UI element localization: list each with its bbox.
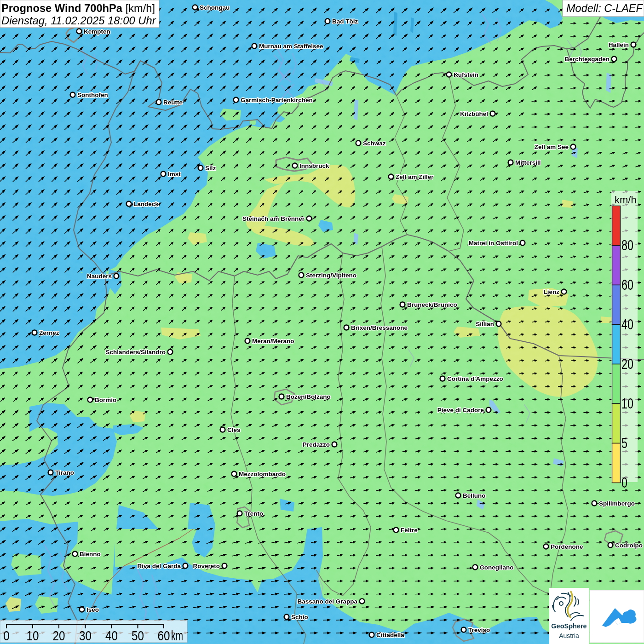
svg-text:Modell: C-LAEF: Modell: C-LAEF <box>566 2 643 14</box>
svg-text:Schwaz: Schwaz <box>363 140 386 147</box>
svg-text:0: 0 <box>3 628 10 643</box>
svg-text:40: 40 <box>105 628 118 643</box>
svg-text:20: 20 <box>53 628 65 643</box>
svg-text:km/h: km/h <box>615 194 637 206</box>
svg-text:Cles: Cles <box>227 426 241 433</box>
svg-text:Bienno: Bienno <box>80 551 101 558</box>
svg-text:Berchtesgaden: Berchtesgaden <box>564 56 610 63</box>
svg-text:Imst: Imst <box>168 171 181 178</box>
svg-text:30: 30 <box>79 628 92 643</box>
svg-text:Schio: Schio <box>291 614 308 621</box>
svg-text:60: 60 <box>158 628 170 643</box>
svg-text:Bozen/Bolzano: Bozen/Bolzano <box>286 393 331 400</box>
svg-text:Zell am Ziller: Zell am Ziller <box>396 173 434 180</box>
svg-text:10: 10 <box>27 628 39 643</box>
svg-text:GeoSphere: GeoSphere <box>551 622 586 630</box>
svg-text:Kitzbühel: Kitzbühel <box>460 110 488 117</box>
svg-text:80: 80 <box>621 237 633 253</box>
svg-text:Mezzolombardo: Mezzolombardo <box>239 471 286 477</box>
svg-text:Conegliano: Conegliano <box>480 564 514 571</box>
svg-text:50: 50 <box>132 628 144 643</box>
svg-text:20: 20 <box>621 356 633 372</box>
svg-text:Hallein: Hallein <box>609 41 629 48</box>
svg-text:Sterzing/Vipiteno: Sterzing/Vipiteno <box>306 272 356 279</box>
svg-text:5: 5 <box>621 435 627 451</box>
svg-text:Murnau am Staffelsee: Murnau am Staffelsee <box>259 43 323 50</box>
svg-text:Pordenone: Pordenone <box>551 543 583 550</box>
svg-text:Sonthofen: Sonthofen <box>77 92 108 98</box>
svg-text:60: 60 <box>621 277 633 293</box>
svg-text:10: 10 <box>621 396 633 412</box>
svg-text:Treviso: Treviso <box>468 627 490 633</box>
svg-text:Meran/Merano: Meran/Merano <box>252 338 294 345</box>
svg-text:Dienstag, 11.02.2025 18:00 Uhr: Dienstag, 11.02.2025 18:00 Uhr <box>1 14 156 27</box>
svg-text:Innsbruck: Innsbruck <box>299 162 329 169</box>
svg-text:Austria: Austria <box>559 632 579 639</box>
svg-text:Riva del Garda: Riva del Garda <box>137 563 181 569</box>
svg-text:Landeck: Landeck <box>133 201 159 207</box>
svg-text:Belluno: Belluno <box>463 492 486 499</box>
svg-text:Silz: Silz <box>205 165 216 172</box>
svg-text:Schongau: Schongau <box>200 4 230 11</box>
svg-text:Cittadella: Cittadella <box>376 632 404 638</box>
svg-text:Iseo: Iseo <box>86 606 99 613</box>
svg-text:Bruneck/Brunico: Bruneck/Brunico <box>407 301 457 308</box>
svg-text:Rovereto: Rovereto <box>193 563 220 569</box>
svg-text:Feltre: Feltre <box>401 527 418 534</box>
svg-text:Spilimbergo: Spilimbergo <box>599 500 635 507</box>
svg-text:Nauders: Nauders <box>87 273 112 280</box>
svg-text:Lienz: Lienz <box>543 288 559 295</box>
svg-text:Predazzo: Predazzo <box>303 441 330 448</box>
svg-text:40: 40 <box>621 316 633 333</box>
svg-text:Codroipo: Codroipo <box>615 542 643 549</box>
svg-text:Matrei in Osttirol: Matrei in Osttirol <box>469 240 518 247</box>
svg-text:Trento: Trento <box>244 510 263 517</box>
svg-text:Mittersill: Mittersill <box>515 159 541 166</box>
svg-text:Kempten: Kempten <box>84 28 110 35</box>
svg-text:Bormio: Bormio <box>95 397 116 403</box>
svg-text:Zell am See: Zell am See <box>535 144 569 150</box>
svg-text:Sillian: Sillian <box>476 321 494 328</box>
svg-text:Brixen/Bressanone: Brixen/Bressanone <box>351 324 408 331</box>
svg-text:Tirano: Tirano <box>55 469 74 476</box>
svg-text:Garmisch-Partenkirchen: Garmisch-Partenkirchen <box>241 97 313 104</box>
svg-text:Steinach am Brenner: Steinach am Brenner <box>242 215 305 222</box>
svg-text:Bassano del Grappa: Bassano del Grappa <box>297 598 357 605</box>
svg-text:km: km <box>171 628 183 643</box>
svg-text:Reutte: Reutte <box>163 99 183 106</box>
svg-text:0: 0 <box>621 475 627 491</box>
svg-text:Prognose Wind 700hPa [km/h]: Prognose Wind 700hPa [km/h] <box>1 2 155 14</box>
svg-text:Cortina d'Ampezzo: Cortina d'Ampezzo <box>447 375 503 382</box>
svg-text:Pieve di Cadore: Pieve di Cadore <box>437 407 484 414</box>
svg-text:Bad Tölz: Bad Tölz <box>332 18 358 25</box>
svg-text:Schlanders/Silandro: Schlanders/Silandro <box>105 349 166 356</box>
svg-text:Kufstein: Kufstein <box>454 71 478 78</box>
svg-text:Zernez: Zernez <box>39 329 59 336</box>
